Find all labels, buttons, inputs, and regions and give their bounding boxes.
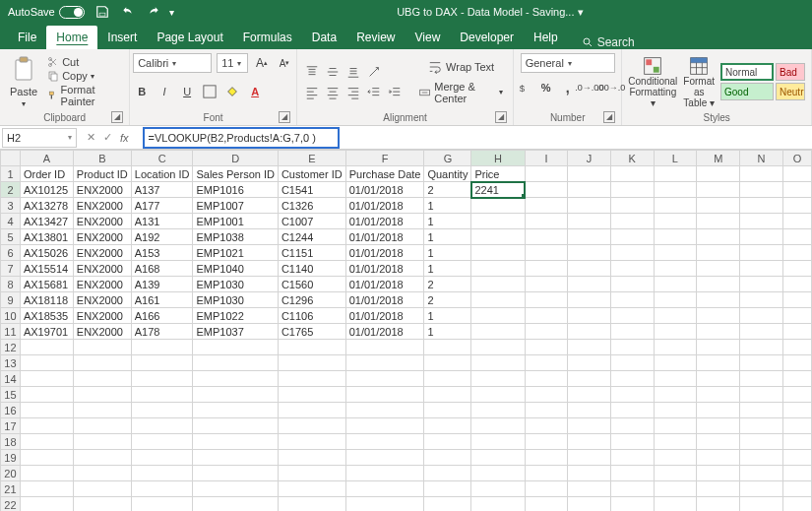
column-header-H[interactable]: H xyxy=(471,151,525,166)
row-header-8[interactable]: 8 xyxy=(1,277,21,292)
cell-G5[interactable]: 1 xyxy=(424,229,471,245)
cell-K5[interactable] xyxy=(610,229,654,245)
cell-H13[interactable] xyxy=(471,355,525,371)
cell-B15[interactable] xyxy=(73,387,131,403)
cell-D20[interactable] xyxy=(193,466,278,481)
cell-J5[interactable] xyxy=(568,229,611,245)
cell-M15[interactable] xyxy=(697,387,740,403)
cell-L21[interactable] xyxy=(654,481,697,497)
cell-H11[interactable] xyxy=(471,324,525,340)
cell-A22[interactable] xyxy=(20,497,73,512)
cell-H3[interactable] xyxy=(471,198,525,214)
cell-A16[interactable] xyxy=(20,403,73,418)
column-header-F[interactable]: F xyxy=(345,151,424,166)
cell-G13[interactable] xyxy=(424,355,471,371)
clipboard-dialog-launcher[interactable]: ◢ xyxy=(111,111,123,123)
cell-B12[interactable] xyxy=(73,340,131,355)
cell-I13[interactable] xyxy=(525,355,567,371)
row-header-17[interactable]: 17 xyxy=(1,418,21,434)
cell-O16[interactable] xyxy=(782,403,811,418)
increase-font-icon[interactable]: A▴ xyxy=(253,54,271,72)
row-header-6[interactable]: 6 xyxy=(1,245,21,261)
font-dialog-launcher[interactable]: ◢ xyxy=(279,111,290,123)
cell-F21[interactable] xyxy=(345,481,424,497)
cell-A18[interactable] xyxy=(20,434,73,450)
align-middle-icon[interactable] xyxy=(324,63,342,81)
cell-F11[interactable]: 01/01/2018 xyxy=(345,324,424,340)
cell-E9[interactable]: C1296 xyxy=(278,292,345,308)
cell-I10[interactable] xyxy=(525,308,567,324)
cell-A9[interactable]: AX18118 xyxy=(20,292,73,308)
cell-B22[interactable] xyxy=(73,497,131,512)
cell-C3[interactable]: A177 xyxy=(131,198,193,214)
increase-indent-icon[interactable] xyxy=(386,84,404,101)
cell-N1[interactable] xyxy=(740,166,783,182)
cell-H4[interactable] xyxy=(471,214,525,229)
cell-H14[interactable] xyxy=(471,371,525,387)
cell-L9[interactable] xyxy=(654,292,697,308)
decrease-font-icon[interactable]: A▾ xyxy=(276,54,293,72)
cell-L20[interactable] xyxy=(654,466,697,481)
cell-K20[interactable] xyxy=(610,466,654,481)
decrease-decimal-icon[interactable]: .00→.0 xyxy=(602,79,620,96)
cell-A21[interactable] xyxy=(20,481,73,497)
cell-O22[interactable] xyxy=(782,497,811,512)
row-header-13[interactable]: 13 xyxy=(1,355,21,371)
comma-format-icon[interactable]: , xyxy=(559,79,577,96)
cell-K19[interactable] xyxy=(610,450,654,466)
cell-M13[interactable] xyxy=(697,355,740,371)
cell-H20[interactable] xyxy=(471,466,525,481)
cell-M9[interactable] xyxy=(697,292,740,308)
tab-review[interactable]: Review xyxy=(346,26,405,49)
cell-J17[interactable] xyxy=(568,418,611,434)
cell-H1[interactable]: Price xyxy=(471,166,525,182)
cut-button[interactable]: Cut xyxy=(47,56,79,68)
cell-J22[interactable] xyxy=(568,497,611,512)
cell-O21[interactable] xyxy=(782,481,811,497)
row-header-3[interactable]: 3 xyxy=(1,198,21,214)
column-header-E[interactable]: E xyxy=(278,151,345,166)
cell-E5[interactable]: C1244 xyxy=(278,229,345,245)
name-box[interactable]: H2 ▾ xyxy=(2,128,77,148)
column-header-L[interactable]: L xyxy=(654,151,697,166)
cell-H10[interactable] xyxy=(471,308,525,324)
cell-M17[interactable] xyxy=(697,418,740,434)
cell-M12[interactable] xyxy=(697,340,740,355)
cell-F9[interactable]: 01/01/2018 xyxy=(345,292,424,308)
decrease-indent-icon[interactable] xyxy=(365,84,383,101)
cell-I4[interactable] xyxy=(525,214,567,229)
cell-H22[interactable] xyxy=(471,497,525,512)
cell-I17[interactable] xyxy=(525,418,567,434)
cell-M21[interactable] xyxy=(697,481,740,497)
cell-F22[interactable] xyxy=(345,497,424,512)
cell-O4[interactable] xyxy=(782,214,811,229)
alignment-dialog-launcher[interactable]: ◢ xyxy=(495,111,507,123)
cell-N8[interactable] xyxy=(740,277,783,292)
cell-D13[interactable] xyxy=(193,355,278,371)
cell-G7[interactable]: 1 xyxy=(424,261,471,277)
cancel-formula-icon[interactable]: ✕ xyxy=(87,131,95,144)
cell-M4[interactable] xyxy=(697,214,740,229)
cell-F8[interactable]: 01/01/2018 xyxy=(345,277,424,292)
cell-B1[interactable]: Product ID xyxy=(73,166,131,182)
cell-F14[interactable] xyxy=(345,371,424,387)
cell-K2[interactable] xyxy=(610,182,654,198)
cell-A5[interactable]: AX13801 xyxy=(20,229,73,245)
cell-K3[interactable] xyxy=(610,198,654,214)
format-as-table-button[interactable]: Format as Table ▾ xyxy=(683,56,715,108)
font-name-dropdown[interactable]: Calibri▾ xyxy=(133,53,212,73)
number-dialog-launcher[interactable]: ◢ xyxy=(603,111,615,123)
column-header-A[interactable]: A xyxy=(20,151,73,166)
cell-J19[interactable] xyxy=(568,450,611,466)
cell-C8[interactable]: A139 xyxy=(131,277,193,292)
style-normal[interactable]: Normal xyxy=(720,63,774,81)
row-header-10[interactable]: 10 xyxy=(1,308,21,324)
cell-E2[interactable]: C1541 xyxy=(278,182,345,198)
column-header-B[interactable]: B xyxy=(73,151,131,166)
cell-K15[interactable] xyxy=(610,387,654,403)
cell-G14[interactable] xyxy=(424,371,471,387)
row-header-5[interactable]: 5 xyxy=(1,229,21,245)
merge-center-button[interactable]: Merge & Center ▾ xyxy=(415,79,507,106)
cell-J11[interactable] xyxy=(568,324,611,340)
cell-F13[interactable] xyxy=(345,355,424,371)
